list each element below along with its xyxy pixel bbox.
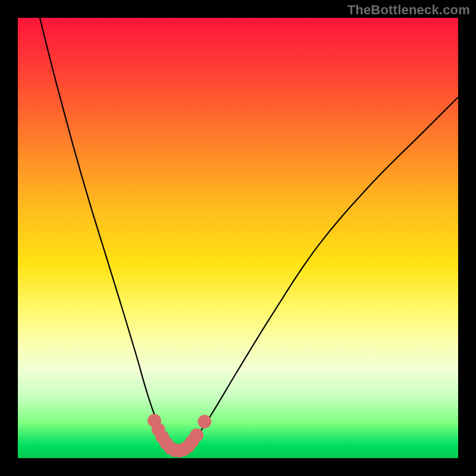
bottleneck-curve — [40, 18, 458, 451]
plot-area — [18, 18, 458, 458]
curve-svg — [18, 18, 458, 458]
watermark-label: TheBottleneck.com — [347, 2, 470, 18]
trough-markers — [148, 414, 211, 457]
chart-frame: TheBottleneck.com — [0, 0, 476, 476]
trough-marker — [190, 429, 203, 442]
trough-marker — [198, 415, 211, 428]
